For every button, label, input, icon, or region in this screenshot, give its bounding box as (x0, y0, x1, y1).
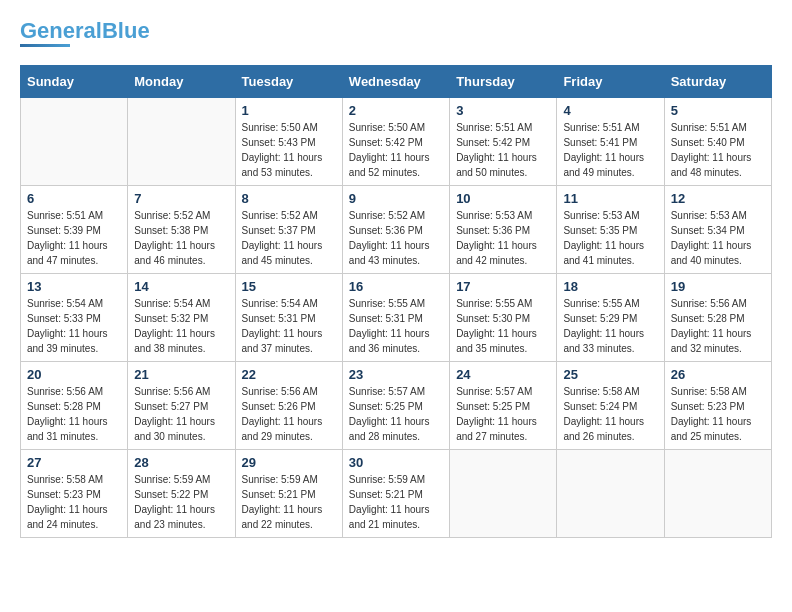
day-cell (21, 98, 128, 186)
day-number: 12 (671, 191, 765, 206)
day-number: 14 (134, 279, 228, 294)
day-info: Sunrise: 5:50 AM Sunset: 5:43 PM Dayligh… (242, 120, 336, 180)
day-info: Sunrise: 5:56 AM Sunset: 5:27 PM Dayligh… (134, 384, 228, 444)
weekday-header-thursday: Thursday (450, 66, 557, 98)
day-cell: 3Sunrise: 5:51 AM Sunset: 5:42 PM Daylig… (450, 98, 557, 186)
day-cell: 8Sunrise: 5:52 AM Sunset: 5:37 PM Daylig… (235, 186, 342, 274)
day-info: Sunrise: 5:53 AM Sunset: 5:35 PM Dayligh… (563, 208, 657, 268)
day-info: Sunrise: 5:59 AM Sunset: 5:22 PM Dayligh… (134, 472, 228, 532)
day-number: 28 (134, 455, 228, 470)
logo-blue: Blue (102, 18, 150, 43)
day-number: 26 (671, 367, 765, 382)
week-row-5: 27Sunrise: 5:58 AM Sunset: 5:23 PM Dayli… (21, 450, 772, 538)
day-info: Sunrise: 5:56 AM Sunset: 5:28 PM Dayligh… (671, 296, 765, 356)
day-cell: 6Sunrise: 5:51 AM Sunset: 5:39 PM Daylig… (21, 186, 128, 274)
day-number: 21 (134, 367, 228, 382)
day-info: Sunrise: 5:56 AM Sunset: 5:28 PM Dayligh… (27, 384, 121, 444)
day-number: 29 (242, 455, 336, 470)
week-row-2: 6Sunrise: 5:51 AM Sunset: 5:39 PM Daylig… (21, 186, 772, 274)
header: GeneralBlue (20, 20, 772, 49)
day-number: 6 (27, 191, 121, 206)
day-number: 22 (242, 367, 336, 382)
day-cell: 22Sunrise: 5:56 AM Sunset: 5:26 PM Dayli… (235, 362, 342, 450)
day-number: 19 (671, 279, 765, 294)
day-info: Sunrise: 5:54 AM Sunset: 5:31 PM Dayligh… (242, 296, 336, 356)
day-number: 11 (563, 191, 657, 206)
day-cell: 27Sunrise: 5:58 AM Sunset: 5:23 PM Dayli… (21, 450, 128, 538)
weekday-header-monday: Monday (128, 66, 235, 98)
day-cell: 26Sunrise: 5:58 AM Sunset: 5:23 PM Dayli… (664, 362, 771, 450)
day-cell (557, 450, 664, 538)
day-number: 3 (456, 103, 550, 118)
day-number: 18 (563, 279, 657, 294)
weekday-header-sunday: Sunday (21, 66, 128, 98)
day-info: Sunrise: 5:51 AM Sunset: 5:42 PM Dayligh… (456, 120, 550, 180)
day-info: Sunrise: 5:52 AM Sunset: 5:36 PM Dayligh… (349, 208, 443, 268)
day-cell: 1Sunrise: 5:50 AM Sunset: 5:43 PM Daylig… (235, 98, 342, 186)
day-info: Sunrise: 5:58 AM Sunset: 5:23 PM Dayligh… (671, 384, 765, 444)
day-cell (450, 450, 557, 538)
day-cell: 12Sunrise: 5:53 AM Sunset: 5:34 PM Dayli… (664, 186, 771, 274)
day-info: Sunrise: 5:51 AM Sunset: 5:41 PM Dayligh… (563, 120, 657, 180)
day-cell: 14Sunrise: 5:54 AM Sunset: 5:32 PM Dayli… (128, 274, 235, 362)
day-info: Sunrise: 5:51 AM Sunset: 5:40 PM Dayligh… (671, 120, 765, 180)
day-info: Sunrise: 5:59 AM Sunset: 5:21 PM Dayligh… (242, 472, 336, 532)
day-cell: 21Sunrise: 5:56 AM Sunset: 5:27 PM Dayli… (128, 362, 235, 450)
day-cell: 19Sunrise: 5:56 AM Sunset: 5:28 PM Dayli… (664, 274, 771, 362)
day-cell: 18Sunrise: 5:55 AM Sunset: 5:29 PM Dayli… (557, 274, 664, 362)
day-info: Sunrise: 5:57 AM Sunset: 5:25 PM Dayligh… (349, 384, 443, 444)
day-info: Sunrise: 5:53 AM Sunset: 5:36 PM Dayligh… (456, 208, 550, 268)
day-number: 9 (349, 191, 443, 206)
weekday-header-friday: Friday (557, 66, 664, 98)
week-row-3: 13Sunrise: 5:54 AM Sunset: 5:33 PM Dayli… (21, 274, 772, 362)
day-cell: 23Sunrise: 5:57 AM Sunset: 5:25 PM Dayli… (342, 362, 449, 450)
day-cell: 24Sunrise: 5:57 AM Sunset: 5:25 PM Dayli… (450, 362, 557, 450)
day-number: 13 (27, 279, 121, 294)
day-number: 7 (134, 191, 228, 206)
day-number: 23 (349, 367, 443, 382)
logo-general: General (20, 18, 102, 43)
day-cell: 10Sunrise: 5:53 AM Sunset: 5:36 PM Dayli… (450, 186, 557, 274)
day-info: Sunrise: 5:56 AM Sunset: 5:26 PM Dayligh… (242, 384, 336, 444)
day-cell: 5Sunrise: 5:51 AM Sunset: 5:40 PM Daylig… (664, 98, 771, 186)
day-cell: 16Sunrise: 5:55 AM Sunset: 5:31 PM Dayli… (342, 274, 449, 362)
day-cell: 9Sunrise: 5:52 AM Sunset: 5:36 PM Daylig… (342, 186, 449, 274)
day-cell: 25Sunrise: 5:58 AM Sunset: 5:24 PM Dayli… (557, 362, 664, 450)
week-row-4: 20Sunrise: 5:56 AM Sunset: 5:28 PM Dayli… (21, 362, 772, 450)
day-number: 8 (242, 191, 336, 206)
day-number: 25 (563, 367, 657, 382)
day-info: Sunrise: 5:57 AM Sunset: 5:25 PM Dayligh… (456, 384, 550, 444)
day-number: 15 (242, 279, 336, 294)
day-cell: 29Sunrise: 5:59 AM Sunset: 5:21 PM Dayli… (235, 450, 342, 538)
day-info: Sunrise: 5:50 AM Sunset: 5:42 PM Dayligh… (349, 120, 443, 180)
day-cell: 30Sunrise: 5:59 AM Sunset: 5:21 PM Dayli… (342, 450, 449, 538)
weekday-header-wednesday: Wednesday (342, 66, 449, 98)
day-number: 1 (242, 103, 336, 118)
day-info: Sunrise: 5:55 AM Sunset: 5:29 PM Dayligh… (563, 296, 657, 356)
day-info: Sunrise: 5:54 AM Sunset: 5:33 PM Dayligh… (27, 296, 121, 356)
day-info: Sunrise: 5:58 AM Sunset: 5:24 PM Dayligh… (563, 384, 657, 444)
day-cell: 7Sunrise: 5:52 AM Sunset: 5:38 PM Daylig… (128, 186, 235, 274)
day-cell: 11Sunrise: 5:53 AM Sunset: 5:35 PM Dayli… (557, 186, 664, 274)
day-info: Sunrise: 5:54 AM Sunset: 5:32 PM Dayligh… (134, 296, 228, 356)
day-info: Sunrise: 5:58 AM Sunset: 5:23 PM Dayligh… (27, 472, 121, 532)
day-number: 4 (563, 103, 657, 118)
day-number: 16 (349, 279, 443, 294)
day-number: 20 (27, 367, 121, 382)
day-number: 10 (456, 191, 550, 206)
week-row-1: 1Sunrise: 5:50 AM Sunset: 5:43 PM Daylig… (21, 98, 772, 186)
day-cell: 13Sunrise: 5:54 AM Sunset: 5:33 PM Dayli… (21, 274, 128, 362)
day-number: 17 (456, 279, 550, 294)
day-number: 5 (671, 103, 765, 118)
day-number: 2 (349, 103, 443, 118)
day-info: Sunrise: 5:51 AM Sunset: 5:39 PM Dayligh… (27, 208, 121, 268)
day-number: 30 (349, 455, 443, 470)
day-info: Sunrise: 5:55 AM Sunset: 5:30 PM Dayligh… (456, 296, 550, 356)
day-cell: 28Sunrise: 5:59 AM Sunset: 5:22 PM Dayli… (128, 450, 235, 538)
day-cell: 15Sunrise: 5:54 AM Sunset: 5:31 PM Dayli… (235, 274, 342, 362)
day-info: Sunrise: 5:52 AM Sunset: 5:37 PM Dayligh… (242, 208, 336, 268)
day-cell (128, 98, 235, 186)
weekday-header-saturday: Saturday (664, 66, 771, 98)
day-cell: 2Sunrise: 5:50 AM Sunset: 5:42 PM Daylig… (342, 98, 449, 186)
day-cell: 17Sunrise: 5:55 AM Sunset: 5:30 PM Dayli… (450, 274, 557, 362)
